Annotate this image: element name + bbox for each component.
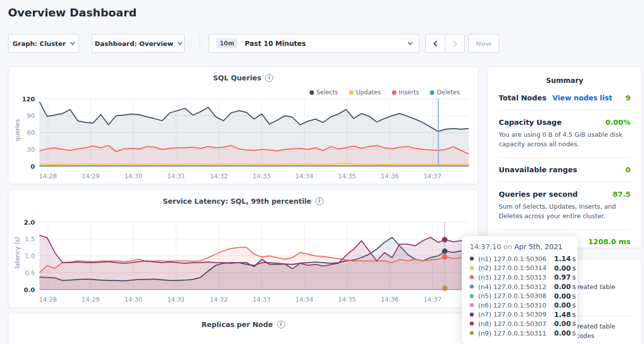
node-color-dot [470,275,474,279]
summary-heading: Summary [488,67,642,86]
legend-color-dot [310,90,314,95]
chevron-down-icon [178,40,183,45]
svg-text:14:35: 14:35 [338,172,356,180]
node-latency-value: 0.00s [554,264,576,272]
unavailable-ranges-value: 0 [626,166,631,174]
summary-row-total-nodes: Total Nodes View nodes list 9 [499,86,631,110]
now-button-label: Now [476,40,492,47]
svg-text:60: 60 [27,129,35,136]
svg-text:14:28: 14:28 [39,172,57,180]
svg-text:1.0: 1.0 [25,252,35,260]
svg-text:14:36: 14:36 [381,172,399,180]
legend-color-dot [392,90,396,95]
node-address: (n5) 127.0.0.1:50308 [478,292,554,300]
node-latency-unit: s [572,273,576,281]
tooltip-node-row: (n5) 127.0.0.1:503080.00s [470,291,570,301]
svg-text:14:37: 14:37 [423,172,441,180]
chevron-down-icon [408,40,413,45]
tooltip-node-row: (n3) 127.0.0.1:503130.97s [470,273,570,282]
svg-text:0: 0 [30,163,35,170]
tooltip-node-row: (n7) 127.0.0.1:503091.48s [470,310,570,320]
node-color-dot [470,303,474,307]
node-color-dot [470,294,474,298]
info-icon[interactable]: i [316,197,323,205]
time-back-button[interactable] [426,34,445,52]
node-latency-value: 0.00s [554,320,576,328]
node-address: (n2) 127.0.0.1:50314 [478,264,554,272]
qps-desc: Sum of Selects, Updates, Inserts, and De… [499,202,631,221]
svg-text:14:36: 14:36 [381,296,399,303]
summary-panel: Summary Total Nodes View nodes list 9 Ca… [487,66,642,248]
time-forward-button[interactable] [445,34,464,52]
summary-row-qps: Queries per second 87.5 Sum of Selects, … [499,182,631,230]
svg-text:14:34: 14:34 [296,172,314,180]
time-range-label: Past 10 Minutes [245,39,408,47]
node-latency-unit: s [572,301,576,309]
node-latency-value: 0.00s [554,329,576,337]
sql-queries-chart[interactable]: 14:2814:2914:3014:3114:3214:3314:3414:35… [8,95,479,185]
total-nodes-label: Total Nodes [499,94,547,102]
time-pager [425,34,465,53]
svg-text:14:34: 14:34 [296,296,314,303]
graph-dropdown[interactable]: Graph: Cluster [8,34,79,53]
capacity-usage-desc: You are using 0 B of 4.5 GiB usable disk… [499,130,631,149]
node-latency-unit: s [572,264,576,272]
replicas-per-node-title: Replicas per Node [202,321,273,329]
tooltip-node-row: (n6) 127.0.0.1:503100.00s [470,301,570,310]
node-latency-value: 0.97s [554,273,576,281]
svg-text:14:33: 14:33 [253,172,271,180]
svg-text:14:29: 14:29 [82,172,100,180]
qps-label: Queries per second [499,190,578,198]
chevron-right-icon [451,40,457,47]
svg-text:120: 120 [22,95,35,103]
sql-queries-panel: SQL Queries i SelectsUpdatesInsertsDelet… [8,66,478,184]
time-range-dropdown[interactable]: 10m Past 10 Minutes [209,34,419,53]
node-address: (n8) 127.0.0.1:50307 [478,320,554,328]
node-latency-value: 0.00s [554,301,576,309]
svg-text:14:31: 14:31 [167,296,185,303]
page-title: Overview Dashboard [8,6,137,19]
tooltip-preposition: on [503,243,514,251]
node-latency-value: 0.00s [554,292,576,300]
node-latency-unit: s [572,283,576,291]
node-latency-value: 1.48s [554,311,576,319]
node-latency-unit: s [572,311,576,319]
time-range-badge: 10m [216,38,238,48]
tooltip-node-row: (n9) 127.0.0.1:503110.00s [470,329,570,338]
total-nodes-value: 9 [626,94,631,102]
unavailable-ranges-label: Unavailable ranges [499,166,577,174]
tooltip-node-row: (n1) 127.0.0.1:503061.14s [470,254,570,264]
tooltip-node-row: (n2) 127.0.0.1:503140.00s [470,264,570,273]
now-button[interactable]: Now [468,34,499,53]
service-latency-chart[interactable]: 14:2814:2914:3014:3114:3214:3314:3414:35… [8,218,479,308]
svg-text:0.0: 0.0 [24,286,35,294]
svg-text:30: 30 [27,146,35,153]
summary-row-capacity: Capacity Usage 0.00% You are using 0 B o… [499,110,631,158]
p99-latency-value: 1208.0 ms [588,238,631,246]
node-address: (n9) 127.0.0.1:50311 [478,330,554,337]
qps-value: 87.5 [613,190,631,198]
legend-color-dot [349,90,353,95]
svg-text:14:30: 14:30 [124,296,142,303]
info-icon[interactable]: i [277,321,285,329]
dashboard-dropdown[interactable]: Dashboard: Overview [92,34,185,53]
view-nodes-list-link[interactable]: View nodes list [553,94,613,102]
svg-text:14:30: 14:30 [124,172,142,180]
node-address: (n1) 127.0.0.1:50306 [478,255,554,263]
chart-hover-tooltip: 14:37:10 on Apr 5th, 2021 (n1) 127.0.0.1… [462,236,578,344]
svg-text:14:28: 14:28 [39,296,57,303]
node-latency-unit: s [572,329,576,337]
svg-text:14:32: 14:32 [210,172,228,180]
node-color-dot [470,313,474,317]
summary-row-unavailable-ranges: Unavailable ranges 0 [499,158,631,182]
graph-dropdown-label: Graph: Cluster [12,40,66,47]
info-icon[interactable]: i [265,74,273,82]
tooltip-node-row: (n8) 127.0.0.1:503070.00s [470,319,570,329]
svg-text:14:29: 14:29 [82,296,100,303]
chevron-left-icon [433,40,440,47]
node-address: (n6) 127.0.0.1:50310 [478,302,554,309]
replicas-per-node-panel: Replicas per Node i [8,313,478,344]
capacity-usage-value: 0.00% [606,118,631,126]
service-latency-panel: Service Latency: SQL, 99th percentile i … [8,190,478,308]
svg-text:1.5: 1.5 [25,235,35,243]
